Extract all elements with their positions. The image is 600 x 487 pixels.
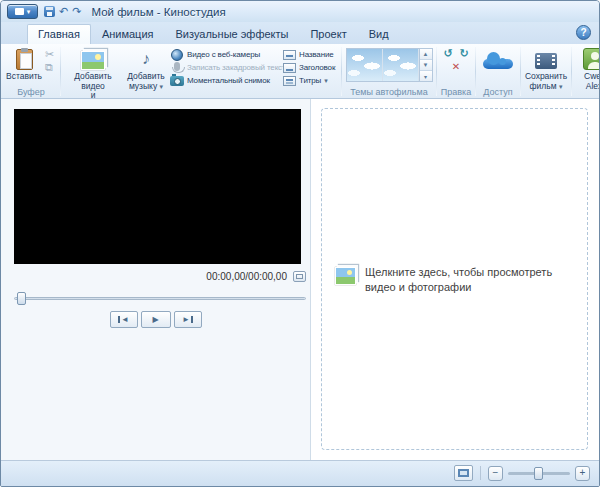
ribbon-group-editing: ↺ ↻ ✕ Правка xyxy=(438,45,474,98)
theme-thumbnail-2[interactable] xyxy=(383,49,419,81)
credits-label: Титры xyxy=(299,76,321,85)
account-button[interactable]: Cwer Alex xyxy=(581,46,600,92)
cut-button[interactable]: ✂ xyxy=(44,48,55,61)
dropdown-caret-icon: ▾ xyxy=(27,8,31,15)
copy-icon: ⧉ xyxy=(45,62,53,73)
zoom-thumb[interactable] xyxy=(534,467,543,480)
quick-access-toolbar: ↶ ↷ xyxy=(44,6,81,17)
thumbnail-size-button[interactable] xyxy=(454,465,473,481)
seek-thumb[interactable] xyxy=(17,292,26,305)
ribbon-group-clipboard: Вставить ✂ ⧉ Буфер xyxy=(3,45,59,98)
ribbon-group-save-movie: Сохранить фильм ▾ xyxy=(522,45,570,98)
group-label: Темы автофильма xyxy=(344,86,434,98)
tab-animation[interactable]: Анимация xyxy=(91,24,165,44)
caption-icon xyxy=(283,63,296,73)
browse-media-prompt[interactable]: Щелкните здесь, чтобы просмотреть видео … xyxy=(335,265,577,295)
tab-home[interactable]: Главная xyxy=(27,24,91,44)
window-title: Мой фильм - Киностудия xyxy=(91,6,225,18)
zoom-slider[interactable] xyxy=(508,472,570,475)
status-bar: − + xyxy=(1,460,599,486)
video-preview xyxy=(14,109,301,264)
time-display: 00:00,00/00:00,00 xyxy=(206,271,287,282)
fullscreen-button[interactable] xyxy=(293,271,306,282)
rotate-right-icon: ↻ xyxy=(459,48,468,59)
browse-media-text: Щелкните здесь, чтобы просмотреть видео … xyxy=(365,265,577,295)
rotate-right-button[interactable]: ↻ xyxy=(456,46,472,60)
record-narration-button[interactable]: Записать закадровый текст ▾ xyxy=(169,61,281,74)
music-icon: ♪ xyxy=(136,48,156,70)
paste-label: Вставить xyxy=(6,72,42,82)
ribbon-group-themes: ▲ ▼ ▾ Темы автофильма xyxy=(343,45,435,98)
tab-view[interactable]: Вид xyxy=(358,24,400,44)
transport-controls: ◄ ▶ ► xyxy=(1,311,310,328)
webcam-icon xyxy=(171,49,183,61)
add-music-button[interactable]: ♪ Добавить музыку ▾ xyxy=(123,46,169,92)
webcam-video-button[interactable]: Видео с веб-камеры xyxy=(169,48,281,61)
photos-icon xyxy=(81,51,105,70)
group-label: Буфер xyxy=(4,86,58,98)
thumbnail-size-icon xyxy=(458,469,469,477)
save-icon[interactable] xyxy=(44,6,55,17)
group-divider xyxy=(341,47,342,96)
title-label: Название xyxy=(299,50,334,59)
add-caption-button[interactable]: Заголовок xyxy=(281,61,339,74)
save-movie-icon xyxy=(535,53,557,69)
help-button[interactable]: ? xyxy=(576,25,591,40)
dropdown-caret-icon: ▾ xyxy=(324,77,327,85)
scissors-icon: ✂ xyxy=(45,49,54,60)
group-divider xyxy=(436,47,437,96)
camera-icon xyxy=(170,76,184,86)
group-label: Правка xyxy=(439,86,473,98)
rotate-left-button[interactable]: ↺ xyxy=(440,46,456,60)
snapshot-button[interactable]: Моментальный снимок xyxy=(169,74,281,87)
save-movie-button[interactable]: Сохранить фильм ▾ xyxy=(523,46,569,92)
play-button[interactable]: ▶ xyxy=(141,311,171,328)
microphone-icon xyxy=(174,62,180,71)
avatar-icon xyxy=(583,48,600,70)
app-menu-button[interactable]: ▾ xyxy=(7,4,38,19)
seek-track[interactable] xyxy=(14,297,306,300)
zoom-out-button[interactable]: − xyxy=(488,466,503,481)
ribbon-group-add: Добавить видео и фотографии ♪ Добавить м… xyxy=(62,45,340,98)
remove-button[interactable]: ✕ xyxy=(448,60,464,74)
paste-button[interactable]: Вставить xyxy=(4,46,44,83)
gallery-scroll-down[interactable]: ▼ xyxy=(420,60,432,71)
cloud-icon xyxy=(483,51,513,70)
narration-label: Записать закадровый текст xyxy=(187,63,285,72)
group-label: Доступ xyxy=(478,86,518,98)
dropdown-caret-icon: ▾ xyxy=(559,83,563,90)
group-divider xyxy=(475,47,476,96)
skydrive-button[interactable] xyxy=(481,46,515,73)
app-window: ▾ ↶ ↷ Мой фильм - Киностудия Главная Ани… xyxy=(0,0,600,487)
videos-photos-icon xyxy=(335,267,356,285)
add-title-button[interactable]: Название xyxy=(281,48,339,61)
gallery-expand-button[interactable]: ▾ xyxy=(420,71,432,81)
ribbon: Вставить ✂ ⧉ Буфер Добавить видео xyxy=(1,44,599,99)
add-credits-button[interactable]: Титры ▾ xyxy=(281,74,339,87)
save-movie-label-2: фильм ▾ xyxy=(530,82,563,92)
seek-slider[interactable] xyxy=(14,292,306,305)
next-frame-icon: ► xyxy=(182,315,190,324)
copy-button[interactable]: ⧉ xyxy=(44,61,55,74)
previous-frame-button[interactable]: ◄ xyxy=(110,311,138,328)
tab-visual-effects[interactable]: Визуальные эффекты xyxy=(165,24,300,44)
credits-icon xyxy=(283,76,296,86)
next-frame-button[interactable]: ► xyxy=(174,311,202,328)
ribbon-group-account: Cwer Alex xyxy=(573,45,600,98)
undo-icon[interactable]: ↶ xyxy=(59,6,68,17)
remove-icon: ✕ xyxy=(452,62,460,72)
snapshot-label: Моментальный снимок xyxy=(187,76,270,85)
title-icon xyxy=(283,50,296,60)
group-divider xyxy=(60,47,61,96)
tab-project[interactable]: Проект xyxy=(299,24,357,44)
dropdown-caret-icon: ▾ xyxy=(160,83,164,90)
titlebar: ▾ ↶ ↷ Мой фильм - Киностудия xyxy=(1,1,599,22)
zoom-in-button[interactable]: + xyxy=(575,466,590,481)
theme-thumbnail-1[interactable] xyxy=(347,49,383,81)
previous-frame-icon: ◄ xyxy=(121,315,129,324)
caption-label: Заголовок xyxy=(299,63,335,72)
redo-icon[interactable]: ↷ xyxy=(72,6,81,17)
paste-icon xyxy=(16,49,33,70)
gallery-scroll-up[interactable]: ▲ xyxy=(420,49,432,60)
divider xyxy=(480,466,481,480)
